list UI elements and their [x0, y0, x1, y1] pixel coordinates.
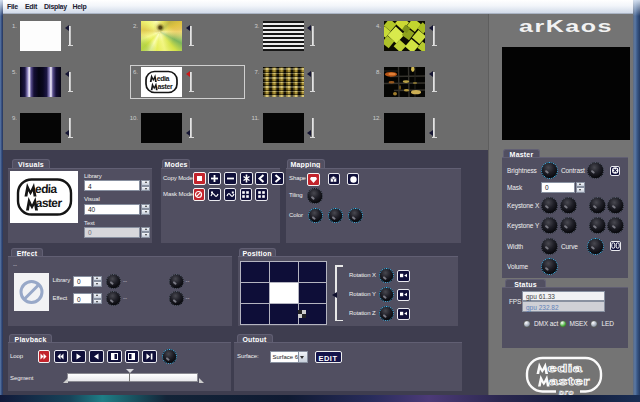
svg-text:edia: edia [35, 183, 58, 197]
svg-text:aster: aster [549, 375, 590, 387]
svg-text:aster: aster [35, 197, 62, 211]
svg-text:arKaos: arKaos [519, 17, 613, 35]
svg-text:edia: edia [548, 362, 583, 374]
